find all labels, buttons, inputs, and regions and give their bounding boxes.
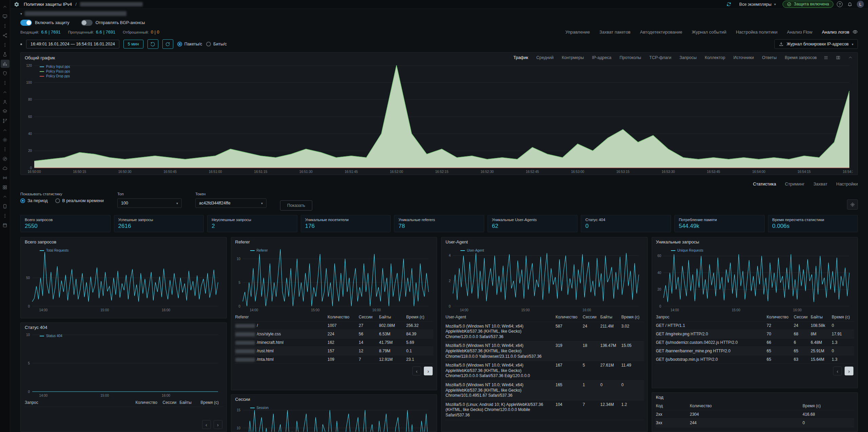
bgp-announce-toggle[interactable]: Отправлять BGP-анонсы [81, 20, 145, 26]
subtab-захват[interactable]: Захват [813, 181, 827, 186]
table-cell: 72 [767, 323, 794, 328]
branch-icon[interactable] [1, 117, 9, 125]
dots-icon[interactable] [1, 41, 9, 49]
show-button[interactable]: Показать [280, 200, 312, 211]
time-range-box[interactable]: 16:49:01 16.01.2024 — 16:54:01 16.01.202… [26, 40, 119, 48]
chart-tab-средний[interactable]: Средний [536, 55, 554, 60]
token-select[interactable]: ac42fd344ff24ffe ▾ [195, 198, 267, 208]
panel-unique-requests: Уникальные запросы Unique Requests 02040… [652, 237, 858, 388]
dots-icon[interactable] [1, 79, 9, 87]
user-icon[interactable] [1, 98, 9, 106]
toggle-off-knob[interactable] [81, 20, 93, 26]
next-page-button[interactable]: › [845, 367, 853, 375]
eye-icon[interactable] [852, 29, 858, 35]
bits-radio[interactable]: Биты/с [206, 42, 227, 46]
chart-tab-время-запросов[interactable]: Время запросов [785, 55, 817, 60]
settings-gear-button[interactable] [847, 199, 858, 210]
refresh-icon[interactable] [162, 39, 173, 49]
layers-icon[interactable] [1, 107, 9, 115]
legend-item[interactable]: Total Requests [40, 249, 68, 252]
tab-настройка-политики[interactable]: Настройка политики [736, 30, 777, 35]
calendar-icon[interactable] [1, 221, 9, 229]
top-select[interactable]: 100 ▾ [117, 198, 182, 208]
subtab-настройки[interactable]: Настройки [836, 181, 858, 186]
svg-text:16:52:15: 16:52:15 [435, 170, 449, 174]
table-cell: 2xx [656, 412, 690, 417]
quick-range-button[interactable]: 5 мин [123, 40, 143, 48]
svg-text:15:00: 15:00 [100, 394, 109, 397]
enable-protection-toggle[interactable]: Включить защиту [20, 20, 70, 26]
bell-icon[interactable] [846, 1, 853, 8]
chart-tab-ip-адреса[interactable]: IP-адреса [592, 55, 611, 60]
svg-text:0: 0 [659, 305, 661, 308]
prev-page-button[interactable]: ‹ [833, 367, 842, 375]
radio-icon[interactable] [1, 174, 9, 182]
next-page-button[interactable]: › [214, 420, 222, 429]
tab-автодетектирование[interactable]: Автодетектирование [640, 30, 683, 35]
legend-item[interactable]: Referer [250, 249, 268, 252]
period-radio[interactable]: За период [20, 198, 48, 203]
next-page-button[interactable]: › [424, 367, 433, 375]
table-cell: 6 [794, 340, 811, 345]
shield-icon[interactable] [1, 69, 9, 77]
legend-item[interactable]: Session [250, 406, 269, 410]
chart-tab-запросы[interactable]: Запросы [679, 55, 696, 60]
subtab-статистика[interactable]: Статистика [753, 181, 776, 186]
legend-item[interactable]: User-Agent [460, 249, 484, 252]
table-cell: 15.05 [622, 343, 643, 348]
chart-tab-ответы[interactable]: Ответы [762, 55, 776, 60]
prev-page-button[interactable]: ‹ [202, 420, 211, 429]
chart-tab-коллектор[interactable]: Коллектор [705, 55, 725, 60]
app-logo[interactable] [13, 1, 20, 8]
undo-icon[interactable] [147, 39, 158, 49]
collapse-panel-icon[interactable] [847, 55, 853, 61]
chart-tab-контрмеры[interactable]: Контрмеры [562, 55, 584, 60]
chevron-up-icon[interactable] [1, 88, 9, 96]
sync-icon[interactable] [725, 1, 732, 8]
grid-icon[interactable] [1, 183, 9, 191]
gear-icon[interactable] [1, 136, 9, 144]
monitor-icon[interactable] [1, 12, 9, 20]
chart-tab-tcp-флаги[interactable]: TCP-флаги [649, 55, 671, 60]
realtime-radio[interactable]: В реальном времени [55, 198, 104, 203]
legend-item[interactable]: Policy Input pps [40, 65, 70, 68]
tab-управление[interactable]: Управление [566, 30, 590, 35]
chart-tab-протоколы[interactable]: Протоколы [619, 55, 641, 60]
legend-item[interactable]: Status 404 [40, 334, 62, 338]
dots-icon[interactable] [1, 212, 9, 220]
flask-icon[interactable] [1, 50, 9, 58]
ip-block-log-button[interactable]: Журнал блокировки IP-адресов ▾ [774, 39, 858, 49]
table-view-icon[interactable] [823, 55, 829, 61]
chevron-up-icon[interactable] [1, 193, 9, 201]
compass-icon[interactable] [1, 155, 9, 163]
legend-item[interactable]: Policy Drop pps [40, 74, 70, 78]
chevron-up-icon[interactable] [1, 126, 9, 134]
dots-icon[interactable] [1, 145, 9, 153]
split-view-icon[interactable] [835, 55, 841, 61]
user-avatar[interactable]: L [857, 1, 864, 8]
tab-захват-пакетов[interactable]: Захват пакетов [599, 30, 631, 35]
chart-tab-источники[interactable]: Источники [733, 55, 754, 60]
chart-icon[interactable] [1, 60, 9, 68]
cloud-icon[interactable] [1, 164, 9, 172]
instances-dropdown[interactable]: Все экземпляры ▾ [736, 1, 779, 8]
packets-radio[interactable]: Пакеты/с [177, 42, 202, 46]
tab-анализ-flow[interactable]: Анализ Flow [787, 30, 812, 35]
dots-icon[interactable] [1, 22, 9, 30]
toggle-on-knob[interactable] [20, 20, 32, 26]
legend-item[interactable]: Policy Pass pps [40, 70, 70, 73]
tab-анализ-логов[interactable]: Анализ логов [822, 30, 849, 35]
legend-color-dash [40, 250, 44, 251]
legend-item[interactable]: Unique Requests [671, 249, 704, 252]
help-icon[interactable]: ? [837, 1, 843, 7]
prev-page-button[interactable]: ‹ [412, 367, 421, 375]
chart-tab-трафик[interactable]: Трафик [513, 55, 528, 60]
svg-text:14:00: 14:00 [250, 308, 258, 312]
chevron-up-icon[interactable] [1, 3, 9, 11]
tablet-icon[interactable] [1, 202, 9, 210]
tab-журнал-событий[interactable]: Журнал событий [692, 30, 726, 35]
expander-icon[interactable]: ▾ [20, 12, 22, 16]
legend-label: Status 404 [46, 334, 62, 338]
subtab-стриминг[interactable]: Стриминг [785, 181, 805, 186]
network-icon[interactable] [1, 31, 9, 39]
